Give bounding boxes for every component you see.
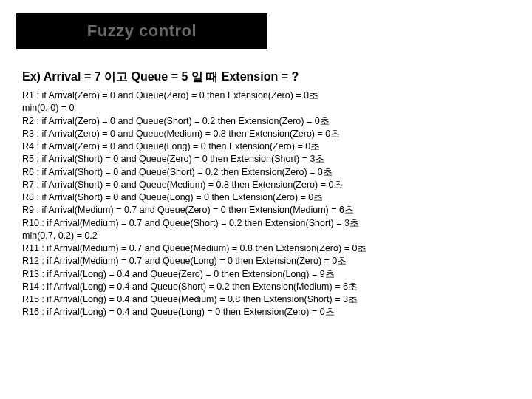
example-heading: Ex) Arrival = 7 이고 Queue = 5 일 때 Extensi…: [22, 69, 510, 85]
rules-list: R1 : if Arrival(Zero) = 0 and Queue(Zero…: [22, 89, 510, 319]
rule-line: R15 : if Arrival(Long) = 0.4 and Queue(M…: [22, 293, 510, 306]
rule-line: R7 : if Arrival(Short) = 0 and Queue(Med…: [22, 179, 510, 191]
rule-line: min(0, 0) = 0: [22, 102, 510, 115]
rule-line: R12 : if Arrival(Medium) = 0.7 and Queue…: [22, 255, 510, 267]
rule-line: R6 : if Arrival(Short) = 0 and Queue(Sho…: [22, 166, 510, 179]
rule-line: min(0.7, 0.2) = 0.2: [22, 230, 510, 242]
rule-line: R13 : if Arrival(Long) = 0.4 and Queue(Z…: [22, 268, 510, 281]
rule-line: R16 : if Arrival(Long) = 0.4 and Queue(L…: [22, 306, 510, 318]
rule-line: R5 : if Arrival(Short) = 0 and Queue(Zer…: [22, 153, 510, 166]
rule-line: R8 : if Arrival(Short) = 0 and Queue(Lon…: [22, 191, 510, 204]
rule-line: R4 : if Arrival(Zero) = 0 and Queue(Long…: [22, 140, 510, 153]
rule-line: R2 : if Arrival(Zero) = 0 and Queue(Shor…: [22, 115, 510, 128]
rule-line: R10 : if Arrival(Medium) = 0.7 and Queue…: [22, 217, 510, 230]
rule-line: R14 : if Arrival(Long) = 0.4 and Queue(S…: [22, 281, 510, 293]
title-box: Fuzzy control: [16, 13, 267, 49]
rule-line: R9 : if Arrival(Medium) = 0.7 and Queue(…: [22, 204, 510, 216]
content-area: Ex) Arrival = 7 이고 Queue = 5 일 때 Extensi…: [22, 69, 510, 319]
rule-line: R3 : if Arrival(Zero) = 0 and Queue(Medi…: [22, 128, 510, 140]
rule-line: R1 : if Arrival(Zero) = 0 and Queue(Zero…: [22, 89, 510, 102]
rule-line: R11 : if Arrival(Medium) = 0.7 and Queue…: [22, 242, 510, 255]
slide-title: Fuzzy control: [87, 21, 197, 41]
